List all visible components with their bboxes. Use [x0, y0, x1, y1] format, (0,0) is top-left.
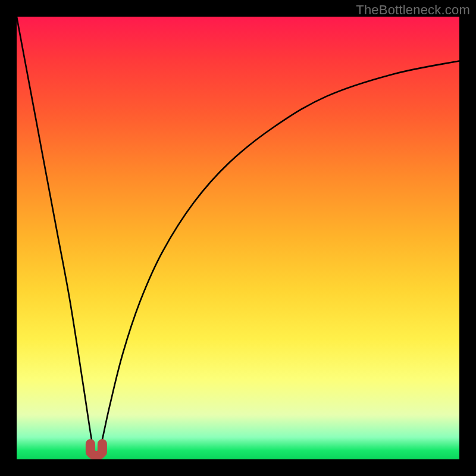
optimum-marker: [90, 444, 102, 456]
bottleneck-curve: [17, 17, 459, 459]
watermark-text: TheBottleneck.com: [356, 2, 470, 18]
chart-svg: [17, 17, 459, 459]
chart-frame: [17, 17, 459, 459]
